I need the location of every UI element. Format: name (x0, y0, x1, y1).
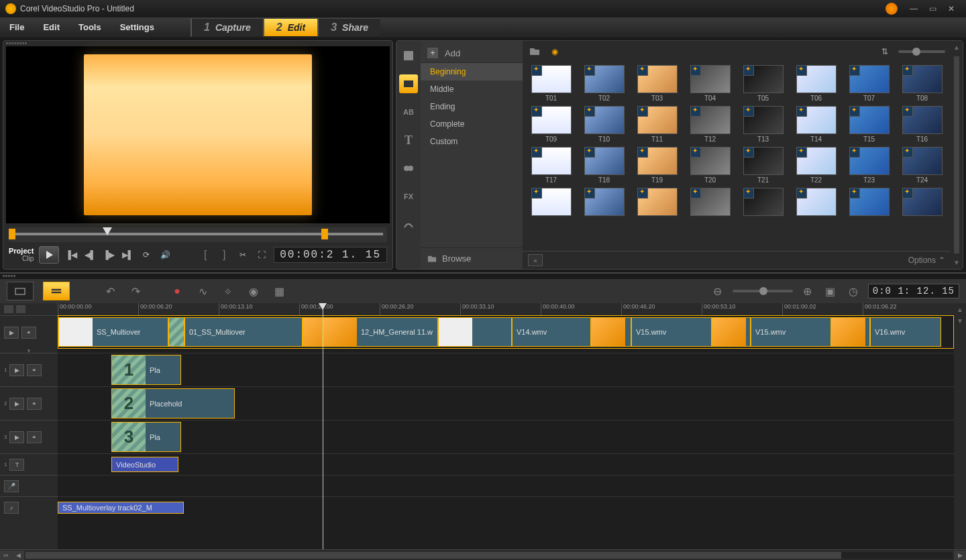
goto-end-button[interactable]: ▶▌ (121, 248, 134, 262)
template-thumb[interactable]: T12 (687, 106, 733, 143)
template-thumb[interactable]: T23 (846, 147, 892, 184)
template-thumb[interactable] (687, 188, 733, 217)
prev-frame-button[interactable]: ◀▌ (83, 248, 97, 262)
lib-tab-path-icon[interactable] (399, 215, 418, 234)
template-thumb[interactable]: T09 (528, 106, 574, 143)
template-thumb[interactable]: T19 (634, 147, 680, 184)
template-thumb[interactable]: T03 (634, 65, 680, 102)
mark-in-handle[interactable] (9, 229, 15, 239)
play-button[interactable] (39, 246, 59, 264)
step-share[interactable]: 3Share (317, 18, 380, 37)
volume-button[interactable]: 🔊 (158, 248, 172, 262)
options-button[interactable]: Options ⌃ (908, 256, 945, 265)
timeline-tracks[interactable]: 00:00:00.0000:00:06.2000:00:13.1000:00:2… (58, 303, 954, 549)
browse-button[interactable]: Browse (421, 247, 523, 269)
video-clip[interactable]: V14.wmv (512, 317, 591, 347)
audio-clip[interactable]: SS_Multioverlay track02_M (58, 502, 184, 514)
toggle-2[interactable] (16, 305, 25, 313)
video-clip[interactable]: V15.wmv (631, 317, 712, 347)
scroll-left-button[interactable]: ◀ (12, 551, 24, 560)
video-clip[interactable] (438, 317, 512, 347)
template-thumb[interactable]: T15 (846, 106, 892, 143)
video-clip[interactable] (591, 317, 631, 347)
category-complete[interactable]: Complete (421, 115, 523, 133)
help-orb-icon[interactable] (885, 3, 898, 15)
lib-tab-title-icon[interactable]: T (399, 131, 418, 150)
template-thumb[interactable]: T22 (793, 147, 839, 184)
storyboard-view-button[interactable] (7, 282, 34, 300)
zoom-out-button[interactable]: ⊖ (710, 283, 726, 299)
voice-track-head[interactable]: 🎤 (0, 475, 58, 496)
repeat-button[interactable]: ⟳ (140, 248, 153, 262)
scrub-bar[interactable] (9, 227, 387, 242)
lib-tab-filter-icon[interactable]: FX (399, 187, 418, 206)
template-thumb[interactable] (846, 188, 892, 217)
menu-tools[interactable]: Tools (69, 17, 111, 38)
project-duration-icon[interactable]: ◷ (845, 283, 861, 299)
sort-icon[interactable]: ⇅ (878, 45, 892, 58)
collapse-button[interactable]: « (528, 254, 543, 266)
title-track-head[interactable]: 1T (0, 453, 58, 475)
split-button[interactable]: ✂ (236, 248, 250, 262)
template-thumb[interactable]: T08 (899, 65, 945, 102)
lib-tab-graphic-icon[interactable] (399, 159, 418, 178)
template-thumb[interactable]: T07 (846, 65, 892, 102)
overlay3-clip[interactable]: 3Pla (111, 422, 181, 452)
video-clip[interactable] (168, 317, 184, 347)
overlay2-clip[interactable]: 2Placehold (111, 388, 235, 418)
music-track[interactable]: SS_Multioverlay track02_M (58, 496, 954, 518)
template-thumb[interactable]: T05 (740, 65, 786, 102)
title-clip[interactable]: VideoStudio (111, 457, 178, 472)
video-clip[interactable]: SS_Multiover (58, 317, 168, 347)
timeline-vscroll[interactable]: ▲▼ (954, 303, 966, 549)
template-thumb[interactable]: T11 (634, 106, 680, 143)
template-thumb[interactable]: T04 (687, 65, 733, 102)
audio-mixer-button[interactable]: ∿ (195, 283, 211, 299)
marker-button[interactable]: ◉ (246, 283, 262, 299)
voice-track[interactable] (58, 475, 954, 496)
maximize-button[interactable]: ▭ (923, 3, 942, 15)
redo-button[interactable]: ↷ (127, 283, 144, 299)
lib-tab-instant-project-icon[interactable] (399, 74, 418, 93)
lib-tab-transition-icon[interactable]: AB (399, 103, 418, 121)
track-manager-button[interactable]: ▦ (271, 283, 287, 299)
video-clip[interactable] (831, 317, 870, 347)
template-thumb[interactable] (581, 188, 627, 217)
title-track[interactable]: VideoStudio (58, 453, 954, 475)
preview-timecode[interactable]: 00:00:2 1. 15 (274, 247, 387, 263)
template-thumb[interactable]: T16 (899, 106, 945, 143)
template-thumb[interactable] (634, 188, 680, 217)
preview-canvas[interactable] (6, 46, 390, 223)
zoom-in-button[interactable]: ⊕ (800, 283, 816, 299)
mode-clip-label[interactable]: Clip (22, 255, 34, 262)
undo-button[interactable]: ↶ (102, 283, 118, 299)
template-thumb[interactable] (528, 188, 574, 217)
overlay2-track[interactable]: 2Placehold (58, 386, 954, 420)
fit-project-button[interactable]: ▣ (822, 283, 839, 299)
step-edit[interactable]: 2Edit (263, 18, 317, 37)
scroll-right-button[interactable]: ▶ (954, 551, 966, 560)
template-thumb[interactable]: T20 (687, 147, 733, 184)
template-thumb[interactable]: T24 (899, 147, 945, 184)
category-beginning[interactable]: Beginning (421, 63, 523, 80)
template-thumb[interactable]: T21 (740, 147, 786, 184)
category-middle[interactable]: Middle (421, 80, 523, 98)
overlay1-track[interactable]: 1Pla (58, 353, 954, 386)
category-ending[interactable]: Ending (421, 98, 523, 115)
auto-music-button[interactable]: ⟐ (220, 283, 236, 299)
thumbnail-size-slider[interactable] (898, 50, 945, 53)
timeline-timecode[interactable]: 0:0 1: 12. 15 (868, 284, 959, 298)
library-scrollbar[interactable]: ▲▼ (951, 41, 963, 269)
video-clip[interactable]: V16.wmv (870, 317, 941, 347)
overlay2-track-head[interactable]: 2▶⚭ (0, 386, 58, 420)
template-thumb[interactable] (793, 188, 839, 217)
template-thumb[interactable] (899, 188, 945, 217)
minimize-button[interactable]: — (904, 3, 923, 15)
template-thumb[interactable]: T02 (581, 65, 627, 102)
enlarge-button[interactable]: ⛶ (255, 248, 268, 262)
fit-width-button[interactable]: ⇔ (0, 551, 12, 560)
step-capture[interactable]: 1Capture (191, 18, 263, 37)
timeline-view-button[interactable] (43, 282, 70, 300)
menu-settings[interactable]: Settings (111, 17, 164, 38)
mark-in-button[interactable]: [ (199, 248, 212, 262)
